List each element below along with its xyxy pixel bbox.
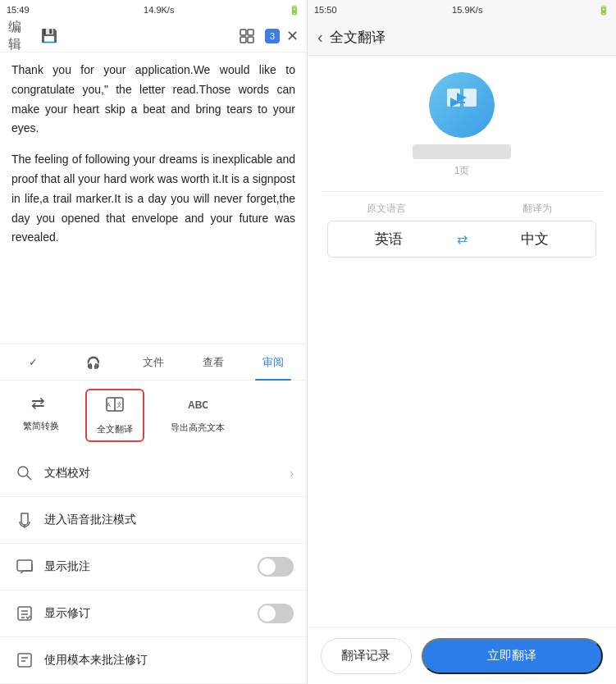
comments-label: 显示批注 bbox=[44, 559, 258, 574]
settings-list: 文档校对 › 进入语音批注模式 显示批注 bbox=[0, 450, 307, 684]
nav-review[interactable]: 审阅 bbox=[244, 344, 303, 381]
source-lang-value[interactable]: 英语 bbox=[328, 230, 450, 249]
swap-icon[interactable]: ⇄ bbox=[450, 231, 474, 247]
settings-comments[interactable]: 显示批注 bbox=[0, 544, 307, 591]
view-label: 查看 bbox=[203, 355, 224, 370]
history-button[interactable]: 翻译记录 bbox=[321, 638, 412, 674]
left-battery-icon: 🔋 bbox=[289, 5, 300, 16]
left-content: Thank you for your application.We would … bbox=[0, 52, 307, 344]
revision-icon bbox=[13, 602, 36, 625]
revision-label: 显示修订 bbox=[44, 606, 258, 621]
left-toolbar: 编辑 💾 3 ✕ bbox=[0, 20, 307, 52]
proofread-label: 文档校对 bbox=[44, 466, 290, 481]
translate-button[interactable]: 立即翻译 bbox=[422, 638, 603, 674]
proofread-icon bbox=[13, 462, 36, 485]
settings-voice[interactable]: 进入语音批注模式 bbox=[0, 497, 307, 544]
left-speed: 14.9K/s bbox=[144, 5, 174, 15]
template-label: 使用模本来批注修订 bbox=[44, 653, 294, 668]
translation-icon bbox=[442, 82, 481, 129]
grid-icon[interactable] bbox=[235, 25, 258, 48]
save-icon[interactable]: 💾 bbox=[38, 25, 61, 48]
divider bbox=[321, 191, 603, 192]
submenu-convert[interactable]: ⇄ 繁简转换 bbox=[13, 389, 69, 437]
doc-name-placeholder bbox=[413, 144, 511, 159]
left-nav: ✓ 🎧 文件 查看 审阅 bbox=[0, 344, 307, 380]
settings-proofread[interactable]: 文档校对 › bbox=[0, 450, 307, 497]
svg-rect-18 bbox=[18, 654, 31, 667]
right-status-bar: 15:50 15.9K/s 🔋 bbox=[308, 0, 616, 20]
voice-label: 进入语音批注模式 bbox=[44, 513, 294, 527]
lang-labels: 原文语言 翻译为 bbox=[327, 202, 596, 216]
file-label: 文件 bbox=[143, 355, 164, 370]
comments-icon bbox=[13, 555, 36, 578]
checkmark-icon: ✓ bbox=[29, 356, 38, 368]
right-time: 15:50 bbox=[314, 5, 337, 15]
submenu-row: ⇄ 繁简转换 A 文 全文翻译 bbox=[0, 389, 307, 442]
svg-point-10 bbox=[18, 467, 28, 477]
left-status-bar: 15:49 14.9K/s 🔋 bbox=[0, 0, 307, 20]
edit-label[interactable]: 编辑 bbox=[8, 25, 31, 48]
nav-checkmark[interactable]: ✓ bbox=[3, 344, 63, 381]
left-time: 15:49 bbox=[7, 5, 30, 15]
convert-label: 繁简转换 bbox=[23, 420, 59, 432]
svg-rect-0 bbox=[240, 30, 246, 35]
svg-rect-2 bbox=[240, 37, 246, 43]
right-battery-icon: 🔋 bbox=[598, 5, 609, 16]
proofread-arrow: › bbox=[290, 467, 294, 480]
svg-line-11 bbox=[27, 476, 32, 481]
page-label: 1页 bbox=[454, 164, 470, 178]
nav-file[interactable]: 文件 bbox=[123, 344, 183, 381]
svg-text:文: 文 bbox=[116, 402, 122, 408]
translate-book-icon: A 文 bbox=[105, 395, 125, 420]
close-icon[interactable]: ✕ bbox=[286, 27, 299, 45]
right-header: ‹ 全文翻译 bbox=[308, 20, 616, 56]
lang-section: 原文语言 翻译为 英语 ⇄ 中文 bbox=[321, 202, 603, 258]
content-paragraph2: The feeling of following your dreams is … bbox=[11, 150, 295, 248]
export-icon: ABC bbox=[188, 394, 208, 418]
nav-audio[interactable]: 🎧 bbox=[63, 344, 123, 381]
source-lang-label: 原文语言 bbox=[327, 202, 445, 216]
svg-rect-13 bbox=[17, 560, 32, 571]
right-speed: 15.9K/s bbox=[452, 5, 482, 15]
review-label: 审阅 bbox=[262, 355, 284, 370]
back-button[interactable]: ‹ bbox=[317, 28, 323, 47]
revision-toggle[interactable] bbox=[258, 604, 294, 623]
svg-rect-3 bbox=[248, 37, 253, 43]
settings-template[interactable]: 使用模本来批注修订 bbox=[0, 637, 307, 684]
left-panel: 15:49 14.9K/s 🔋 编辑 💾 3 ✕ Thank you for y… bbox=[0, 0, 308, 684]
svg-rect-21 bbox=[447, 89, 460, 107]
export-label: 导出高亮文本 bbox=[171, 422, 225, 434]
nav-view[interactable]: 查看 bbox=[184, 344, 244, 381]
tab-badge[interactable]: 3 bbox=[265, 29, 280, 43]
left-submenu: ⇄ 繁简转换 A 文 全文翻译 bbox=[0, 380, 307, 450]
right-bottom: 翻译记录 立即翻译 bbox=[308, 627, 616, 684]
translation-icon-wrap bbox=[429, 72, 495, 138]
translate-label: 全文翻译 bbox=[97, 423, 133, 435]
target-lang-value[interactable]: 中文 bbox=[474, 230, 596, 249]
convert-icon: ⇄ bbox=[31, 394, 51, 417]
svg-rect-22 bbox=[463, 89, 477, 107]
lang-row: 英语 ⇄ 中文 bbox=[327, 221, 596, 258]
voice-icon bbox=[13, 508, 36, 531]
content-paragraph1: Thank you for your application.We would … bbox=[11, 61, 295, 139]
comments-toggle[interactable] bbox=[258, 557, 294, 577]
submenu-export[interactable]: ABC 导出高亮文本 bbox=[161, 389, 235, 439]
settings-revision[interactable]: 显示修订 bbox=[0, 591, 307, 637]
svg-text:ABC: ABC bbox=[188, 399, 208, 411]
headphone-icon: 🎧 bbox=[86, 356, 100, 369]
svg-rect-1 bbox=[248, 30, 253, 35]
template-icon bbox=[13, 649, 36, 672]
right-panel: 15:50 15.9K/s 🔋 ‹ 全文翻译 bbox=[308, 0, 616, 684]
right-content: 1页 原文语言 翻译为 英语 ⇄ 中文 bbox=[308, 56, 616, 627]
submenu-translate[interactable]: A 文 全文翻译 bbox=[85, 389, 144, 442]
right-title: 全文翻译 bbox=[330, 28, 386, 47]
svg-text:⇄: ⇄ bbox=[31, 394, 45, 412]
target-lang-label: 翻译为 bbox=[478, 202, 596, 216]
svg-text:A: A bbox=[107, 402, 111, 408]
